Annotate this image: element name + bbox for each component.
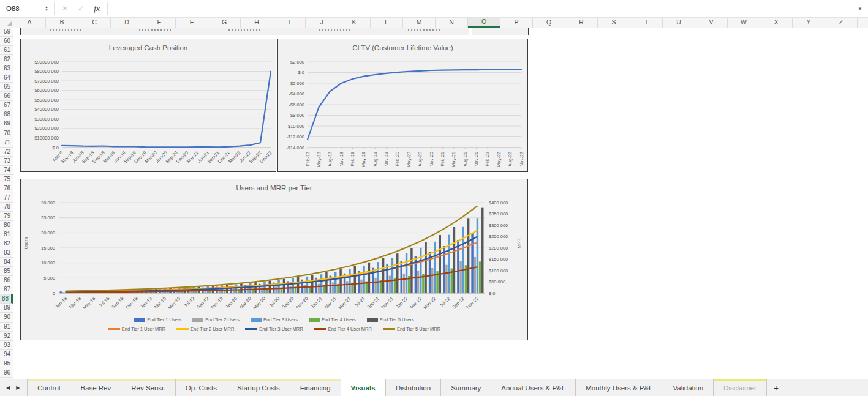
sheet-tab-monthly-users-p-l[interactable]: Monthly Users & P&L <box>576 379 663 396</box>
formula-bar-expand-icon[interactable]: ▾ <box>852 6 868 12</box>
column-header-Q[interactable]: Q <box>533 18 565 28</box>
sheet-tab-financing[interactable]: Financing <box>290 379 341 396</box>
svg-text:Nov-20: Nov-20 <box>295 296 309 310</box>
row-header-92[interactable]: 92 <box>0 332 13 341</box>
row-header-77[interactable]: 77 <box>0 193 13 203</box>
row-header-86[interactable]: 86 <box>0 276 13 285</box>
next-sheet-arrow[interactable]: ▶ <box>16 385 20 390</box>
sheet-grid[interactable]: Leveraged Cash Position $90000 000$80000… <box>13 28 868 379</box>
chart-leveraged-cash-position[interactable]: Leveraged Cash Position $90000 000$80000… <box>20 39 276 172</box>
row-header-67[interactable]: 67 <box>0 101 13 110</box>
column-header-A[interactable]: A <box>13 18 46 28</box>
column-header-O[interactable]: O <box>468 18 500 28</box>
column-header-T[interactable]: T <box>630 18 663 28</box>
sheet-tab-visuals[interactable]: Visuals <box>341 379 386 396</box>
row-header-70[interactable]: 70 <box>0 129 13 138</box>
sheet-tab-validation[interactable]: Validation <box>663 379 714 396</box>
column-header-P[interactable]: P <box>500 18 533 28</box>
column-header-S[interactable]: S <box>598 18 630 28</box>
row-header-85[interactable]: 85 <box>0 267 13 276</box>
enter-icon[interactable]: ✓ <box>73 4 89 13</box>
column-header-B[interactable]: B <box>46 18 78 28</box>
sheet-tab-annual-users-p-l[interactable]: Annual Users & P&L <box>491 379 576 396</box>
row-header-68[interactable]: 68 <box>0 110 13 119</box>
sheet-tab-summary[interactable]: Summary <box>441 379 491 396</box>
sheet-tab-disclaimer[interactable]: Disclaimer <box>714 379 767 396</box>
column-header-Y[interactable]: Y <box>793 18 825 28</box>
row-header-96[interactable]: 96 <box>0 368 13 378</box>
add-sheet-button[interactable]: + <box>767 379 785 396</box>
sheet-tab-base-rev[interactable]: Base Rev <box>70 379 121 396</box>
column-header-G[interactable]: G <box>208 18 241 28</box>
column-header-H[interactable]: H <box>241 18 273 28</box>
sheet-tab-op-costs[interactable]: Op. Costs <box>176 379 227 396</box>
svg-text:Nov-18: Nov-18 <box>339 152 344 166</box>
row-header-82[interactable]: 82 <box>0 239 13 248</box>
row-header-90[interactable]: 90 <box>0 313 13 322</box>
column-header-I[interactable]: I <box>273 18 306 28</box>
chart-cltv[interactable]: CLTV (Customer Lifetime Value) $2 000$ 0… <box>277 39 528 172</box>
clipped-chart-above-right[interactable] <box>472 28 529 35</box>
sheet-tab-control[interactable]: Control <box>27 379 70 396</box>
row-header-91[interactable]: 91 <box>0 323 13 332</box>
cancel-icon[interactable]: ✕ <box>57 4 73 13</box>
svg-text:15 000: 15 000 <box>41 245 55 251</box>
row-header-63[interactable]: 63 <box>0 64 13 73</box>
select-all-corner[interactable] <box>0 18 14 28</box>
column-header-W[interactable]: W <box>728 18 760 28</box>
name-box[interactable]: O88 <box>0 5 42 12</box>
row-header-88[interactable]: 88 <box>0 294 13 304</box>
column-header-J[interactable]: J <box>306 18 338 28</box>
column-header-X[interactable]: X <box>760 18 793 28</box>
column-header-L[interactable]: L <box>371 18 403 28</box>
row-header-94[interactable]: 94 <box>0 350 13 359</box>
formula-input[interactable] <box>110 0 852 17</box>
row-header-60[interactable]: 60 <box>0 37 13 46</box>
row-header-73[interactable]: 73 <box>0 157 13 166</box>
column-header-U[interactable]: U <box>663 18 695 28</box>
svg-text:Nov-22: Nov-22 <box>519 152 524 166</box>
clipped-chart-above-left[interactable] <box>20 28 469 35</box>
sheet-tab-distribution[interactable]: Distribution <box>386 379 442 396</box>
row-header-61[interactable]: 61 <box>0 46 13 55</box>
column-header-E[interactable]: E <box>143 18 176 28</box>
column-header-C[interactable]: C <box>78 18 111 28</box>
svg-text:Mar-22: Mar-22 <box>227 150 241 164</box>
row-header-69[interactable]: 69 <box>0 119 13 129</box>
row-header-79[interactable]: 79 <box>0 212 13 221</box>
row-header-65[interactable]: 65 <box>0 83 13 92</box>
row-header-75[interactable]: 75 <box>0 175 13 184</box>
chart-users-mrr-per-tier[interactable]: Users and MRR per Tier Users MRR End Tie… <box>20 179 528 340</box>
row-header-66[interactable]: 66 <box>0 92 13 101</box>
row-header-84[interactable]: 84 <box>0 258 13 267</box>
row-header-72[interactable]: 72 <box>0 148 13 157</box>
column-header-D[interactable]: D <box>111 18 143 28</box>
row-header-83[interactable]: 83 <box>0 248 13 258</box>
prev-sheet-arrow[interactable]: ◀ <box>6 385 10 390</box>
row-header-64[interactable]: 64 <box>0 73 13 83</box>
column-header-R[interactable]: R <box>565 18 598 28</box>
row-header-89[interactable]: 89 <box>0 304 13 313</box>
row-header-87[interactable]: 87 <box>0 285 13 294</box>
column-header-F[interactable]: F <box>176 18 208 28</box>
row-header-62[interactable]: 62 <box>0 55 13 64</box>
row-header-74[interactable]: 74 <box>0 166 13 175</box>
row-header-76[interactable]: 76 <box>0 184 13 193</box>
row-header-95[interactable]: 95 <box>0 359 13 368</box>
column-header-K[interactable]: K <box>338 18 371 28</box>
row-header-81[interactable]: 81 <box>0 230 13 239</box>
row-header-78[interactable]: 78 <box>0 203 13 212</box>
name-box-spinner[interactable]: ▲▼ <box>42 6 51 12</box>
sheet-tab-startup-costs[interactable]: Startup Costs <box>227 379 290 396</box>
insert-function-icon[interactable]: fx <box>89 4 105 13</box>
column-header-V[interactable]: V <box>695 18 728 28</box>
row-header-59[interactable]: 59 <box>0 28 13 37</box>
row-header-80[interactable]: 80 <box>0 221 13 230</box>
column-header-Z[interactable]: Z <box>825 18 858 28</box>
chart-canvas: $2 000$ 0-$2 000-$4 000-$6 000-$8 000-$1… <box>278 39 529 173</box>
row-header-71[interactable]: 71 <box>0 138 13 148</box>
column-header-N[interactable]: N <box>436 18 468 28</box>
sheet-tab-rev-sensi-[interactable]: Rev Sensi. <box>121 379 176 396</box>
column-header-M[interactable]: M <box>403 18 436 28</box>
row-header-93[interactable]: 93 <box>0 341 13 350</box>
